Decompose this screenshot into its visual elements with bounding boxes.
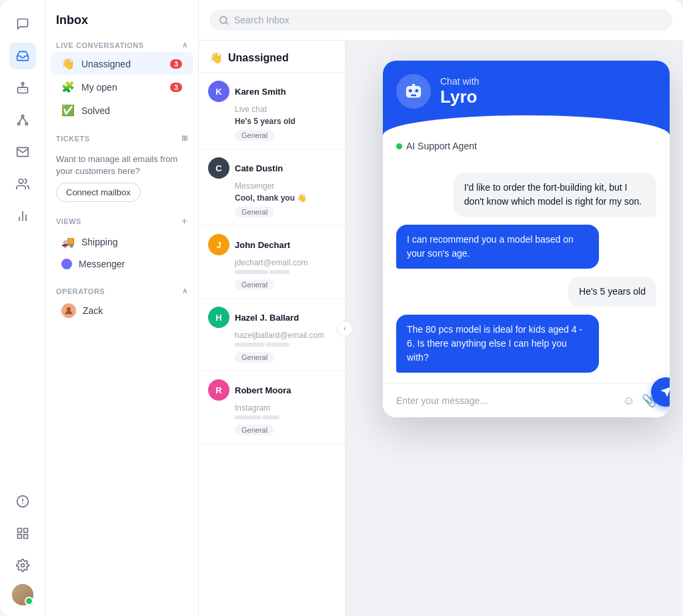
zack-label: Zack: [83, 305, 182, 316]
dots-hazel: [208, 343, 335, 347]
name-john: John Dechart: [235, 240, 290, 250]
conv-item-hazel[interactable]: H Hazel J. Ballard hazeljballard@email.c…: [199, 299, 345, 371]
tag-cate: General: [235, 207, 274, 217]
sidebar-item-solved[interactable]: ✅ Solved: [51, 99, 193, 122]
unassigned-emoji: 👋: [61, 57, 75, 70]
add-view-button[interactable]: +: [181, 215, 187, 227]
search-bar[interactable]: [209, 9, 672, 31]
search-input[interactable]: [234, 15, 663, 25]
conv-item-cate[interactable]: C Cate Dustin Messenger Cool, thank you …: [199, 149, 345, 226]
people-icon[interactable]: [9, 171, 36, 197]
chat-panel: Chat with Lyro AI Support Agent I'd like…: [346, 41, 683, 616]
inbox-icon[interactable]: [9, 43, 36, 69]
avatar-robert: R: [208, 379, 229, 401]
status-dot: [396, 143, 402, 149]
name-robert: Robert Moora: [235, 385, 291, 395]
svg-line-23: [225, 22, 227, 24]
right-section: 👋 Unassigned K Karen Smith Live chat He'…: [199, 0, 683, 616]
tickets-section: TICKETS ⊞: [45, 129, 198, 145]
lyro-window: Chat with Lyro AI Support Agent I'd like…: [383, 61, 670, 417]
myopen-label: My open: [81, 82, 163, 93]
conversation-panel: 👋 Unassigned K Karen Smith Live chat He'…: [199, 41, 346, 616]
svg-rect-26: [415, 89, 418, 93]
grid-icon[interactable]: [9, 520, 36, 547]
svg-rect-27: [411, 95, 416, 96]
zack-avatar: [61, 303, 76, 318]
search-bar-wrap: [199, 0, 683, 41]
svg-point-1: [21, 83, 23, 85]
lyro-chat-with: Chat with: [440, 76, 479, 87]
svg-rect-19: [23, 535, 27, 539]
unassigned-label: Unassigned: [81, 59, 163, 69]
settings-icon[interactable]: [9, 552, 36, 579]
shipping-label: Shipping: [81, 237, 182, 247]
channel-robert: Instagram: [208, 403, 335, 413]
app-container: Inbox LIVE CONVERSATIONS ∧ 👋 Unassigned …: [0, 0, 683, 616]
msg-bot-1: I can recommend you a model based on you…: [396, 225, 599, 269]
svg-line-7: [19, 117, 23, 123]
svg-rect-0: [17, 87, 27, 93]
emoji-button[interactable]: ☺: [623, 394, 635, 408]
messenger-label: Messenger: [79, 259, 182, 269]
msg-user-1: I'd like to order the fort-building kit,…: [454, 173, 656, 217]
tag-john: General: [235, 279, 274, 290]
svg-rect-17: [23, 529, 27, 533]
conv-item-robert[interactable]: R Robert Moora Instagram General: [199, 371, 345, 444]
conv-item-john[interactable]: J John Dechart jdechart@email.com Genera…: [199, 226, 345, 299]
nav-bottom: [9, 488, 36, 605]
connect-mailbox-button[interactable]: Connect mailbox: [56, 183, 141, 202]
name-hazel: Hazel J. Ballard: [235, 313, 299, 323]
preview-karen: He's 5 years old: [208, 117, 335, 126]
views-section-header: VIEWS +: [45, 210, 198, 230]
solved-label: Solved: [81, 105, 182, 116]
sidebar-item-shipping[interactable]: 🚚 Shipping: [51, 230, 193, 253]
collapse-panel-button[interactable]: ‹: [337, 321, 353, 337]
sidebar-item-zack[interactable]: Zack: [51, 298, 193, 323]
sidebar-item-messenger[interactable]: Messenger: [51, 253, 193, 275]
conv-header: 👋 Unassigned: [199, 41, 345, 73]
live-conversations-section: LIVE CONVERSATIONS ∧: [45, 35, 198, 52]
name-karen: Karen Smith: [235, 87, 286, 97]
tips-icon[interactable]: [9, 488, 36, 515]
msg-user-2: He's 5 years old: [568, 277, 656, 307]
user-avatar[interactable]: [12, 584, 33, 605]
sidebar-item-myopen[interactable]: 🧩 My open 3: [51, 75, 193, 99]
bot-icon[interactable]: [9, 75, 36, 101]
conv-item-top-cate: C Cate Dustin: [208, 157, 335, 179]
avatar-cate: C: [208, 157, 229, 179]
conv-item-top-john: J John Dechart: [208, 234, 335, 255]
main-content: 👋 Unassigned K Karen Smith Live chat He'…: [199, 41, 683, 616]
conv-item-top-robert: R Robert Moora: [208, 379, 335, 401]
lyro-status-bar: AI Support Agent: [383, 135, 670, 162]
myopen-badge: 3: [170, 83, 182, 92]
tickets-info: Want to manage all emails from your cust…: [45, 145, 198, 210]
conv-item-top-karen: K Karen Smith: [208, 81, 335, 102]
chart-icon[interactable]: [9, 203, 36, 229]
lyro-message-input[interactable]: [396, 395, 616, 406]
lyro-input-area: ☺ 📎: [383, 383, 670, 417]
mail-icon[interactable]: [9, 139, 36, 165]
dots-robert: [208, 415, 335, 419]
tag-karen: General: [235, 130, 274, 141]
tag-hazel: General: [235, 352, 274, 363]
network-icon[interactable]: [9, 107, 36, 133]
svg-point-21: [67, 307, 71, 311]
svg-rect-25: [409, 89, 412, 93]
svg-rect-16: [17, 529, 21, 533]
lyro-header-top: Chat with Lyro: [396, 74, 656, 109]
msg-bot-2: The 80 pcs model is ideal for kids aged …: [396, 315, 599, 373]
avatar-karen: K: [208, 81, 229, 102]
conv-item-karen[interactable]: K Karen Smith Live chat He's 5 years old…: [199, 73, 345, 149]
name-cate: Cate Dustin: [235, 163, 283, 173]
conversations-icon[interactable]: [9, 11, 36, 37]
channel-karen: Live chat: [208, 105, 335, 114]
unassigned-badge: 3: [170, 59, 182, 69]
svg-point-20: [21, 564, 24, 567]
lyro-name: Lyro: [440, 87, 479, 107]
tag-robert: General: [235, 425, 274, 435]
sidebar: Inbox LIVE CONVERSATIONS ∧ 👋 Unassigned …: [45, 0, 199, 616]
channel-cate: Messenger: [208, 181, 335, 191]
svg-rect-28: [412, 84, 416, 87]
lyro-title-wrap: Chat with Lyro: [440, 76, 479, 107]
sidebar-item-unassigned[interactable]: 👋 Unassigned 3: [51, 52, 193, 75]
